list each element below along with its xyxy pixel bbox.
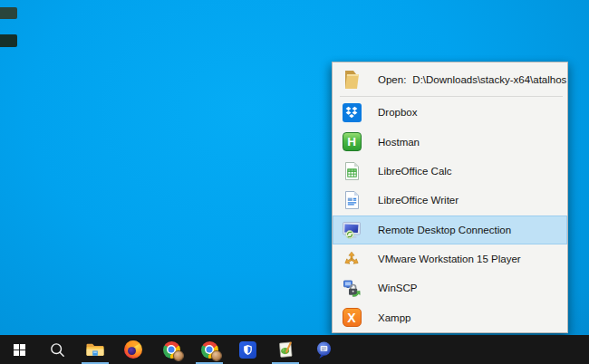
menu-item-label: LibreOffice Writer [378, 195, 459, 206]
menu-item-label: Hostman [378, 137, 420, 148]
menu-item-dropbox[interactable]: Dropbox [333, 98, 567, 127]
taskbar-search-button[interactable] [38, 335, 76, 364]
desktop-icon-partial[interactable] [0, 7, 17, 19]
menu-item-hostman[interactable]: H Hostman [333, 127, 567, 156]
taskbar-chrome-button-2[interactable] [190, 335, 228, 364]
open-label: Open: [378, 74, 406, 85]
windows-start-icon [12, 342, 27, 358]
taskbar-file-explorer-button[interactable] [76, 335, 114, 364]
menu-item-winscp[interactable]: WinSCP [333, 273, 567, 302]
open-path: D:\Downloads\stacky-x64\atalhos [412, 74, 566, 85]
menu-item-label: VMware Workstation 15 Player [378, 254, 521, 264]
taskbar-start-button[interactable] [0, 335, 38, 364]
bitwarden-icon [239, 341, 256, 359]
file-explorer-icon [85, 340, 105, 359]
firefox-icon [124, 340, 142, 359]
open-folder-icon [341, 68, 362, 91]
vmware-icon [341, 247, 362, 271]
remote-desktop-icon [341, 218, 362, 242]
menu-item-libreoffice-calc[interactable]: LibreOffice Calc [333, 157, 567, 186]
menu-item-libreoffice-writer[interactable]: LibreOffice Writer [333, 186, 567, 215]
search-icon [49, 341, 66, 359]
menu-item-remote-desktop-connection[interactable]: Remote Desktop Connection [333, 216, 567, 244]
taskbar [0, 335, 589, 364]
desktop-icon-partial[interactable] [0, 34, 17, 47]
menu-item-label: WinSCP [378, 283, 417, 293]
menu-item-xampp[interactable]: X Xampp [333, 303, 567, 332]
xampp-icon: X [341, 306, 362, 330]
chrome-profile-avatar [173, 350, 184, 361]
menu-item-label: Remote Desktop Connection [378, 225, 511, 235]
taskbar-bitwarden-button[interactable] [228, 335, 266, 364]
chat-balloon-icon [314, 340, 333, 359]
menu-items: Dropbox H Hostman Lib [333, 98, 567, 332]
chrome-profile-avatar [211, 350, 222, 361]
menu-item-label: Dropbox [378, 107, 417, 118]
stacky-popup-menu: Open: D:\Downloads\stacky-x64\atalhos [332, 62, 568, 333]
menu-item-label: LibreOffice Calc [378, 166, 452, 177]
taskbar-chat-balloon-button[interactable] [304, 335, 343, 364]
notepad-plus-plus-icon [276, 340, 294, 359]
menu-item-label: Xampp [378, 312, 410, 323]
libreoffice-writer-icon [341, 188, 362, 212]
libreoffice-calc-icon [341, 159, 362, 183]
taskbar-notepad-plus-plus-button[interactable] [266, 335, 304, 364]
winscp-icon [341, 276, 362, 300]
hostman-icon: H [341, 130, 362, 154]
desktop: Open: D:\Downloads\stacky-x64\atalhos [0, 0, 589, 364]
taskbar-firefox-button[interactable] [114, 335, 152, 364]
menu-item-open-folder[interactable]: Open: D:\Downloads\stacky-x64\atalhos [333, 62, 567, 96]
taskbar-chrome-button-1[interactable] [152, 335, 190, 364]
menu-item-vmware-workstation[interactable]: VMware Workstation 15 Player [333, 244, 567, 273]
dropbox-icon [341, 101, 362, 124]
